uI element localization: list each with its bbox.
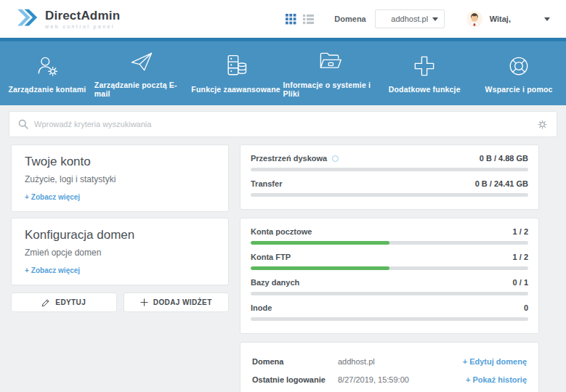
meter-row-ftp-accounts: Konta FTP 1 / 2 [251,253,528,270]
user-menu-caret-icon[interactable] [544,17,550,21]
nav-item-extra-features[interactable]: Dodatkowe funkcje [377,41,472,105]
meter-value: 0 B / 24.41 GB [475,179,528,188]
info-value: 8/27/2019, 15:59:00 [338,375,409,384]
meter-label: Inode [251,303,272,312]
card-domain-info: Domena addhost.pl +Edytuj domenę Ostatni… [240,342,539,392]
meter-row-inode: Inode 0 [251,303,528,321]
life-ring-icon [506,53,532,79]
progress-bar [251,241,528,245]
nav-item-support-help[interactable]: Wsparcie i pomoc [472,41,566,105]
see-more-label: Zobacz więcej [31,193,80,201]
card-subtitle: Zmień opcje domen [25,248,215,258]
logo-subtitle: web control panel [45,24,120,29]
nav-item-label: Wsparcie i pomoc [485,85,553,94]
edit-button-label: EDYTUJ [55,298,86,306]
plus-icon [140,298,148,306]
info-label: Ostatnie logowanie [252,375,338,384]
left-column: Twoje konto Zużycie, logi i statystyki +… [11,144,229,312]
link-prefix: + [466,375,470,384]
card-title: Twoje konto [25,155,215,169]
user-greeting: Witaj, [490,15,511,23]
search-bar [9,111,557,137]
nav-item-label: Informacje o systemie i Pliki [283,81,377,98]
progress-bar [251,168,528,171]
link-prefix: + [25,266,29,274]
info-row-last-login: Ostatnie logowanie 8/27/2019, 15:59:00 +… [252,370,527,388]
main-content: Twoje konto Zużycie, logi i statystyki +… [0,137,566,392]
logo-chevrons-icon [16,7,39,30]
caret-down-icon [432,17,438,21]
header-right: Domena addhost.pl Witaj, [286,9,550,28]
directadmin-logo[interactable]: DirectAdmin web control panel [16,7,120,30]
nav-item-label: Dodatkowe funkcje [389,85,461,94]
see-more-link[interactable]: +Zobacz więcej [25,193,80,201]
card-subtitle: Zużycie, logi i statystyki [25,174,215,184]
loader-icon [332,155,339,162]
meter-value: 1 / 2 [513,253,528,261]
link-prefix: + [25,193,29,201]
show-history-link[interactable]: +Pokaż historię [466,375,527,384]
progress-bar [251,292,528,295]
progress-bar [251,317,528,321]
meter-row-databases: Bazy danych 0 / 1 [251,278,528,295]
folder-icon [316,49,344,75]
see-more-link[interactable]: +Zobacz więcej [25,266,80,274]
info-row-domain: Domena addhost.pl +Edytuj domenę [252,352,527,370]
info-row-active-since: Aktywny od 8/27/2019, 14:04:42 +Konfigur… [252,388,527,392]
meter-row-email-accounts: Konta pocztowe 1 / 2 [251,227,528,245]
avatar[interactable] [466,11,482,27]
view-toggle [286,14,314,25]
info-value: addhost.pl [338,357,375,366]
meter-label: Bazy danych [251,278,299,287]
list-view-icon[interactable] [303,14,314,25]
search-input[interactable] [34,120,537,128]
directadmin-app: DirectAdmin web control panel [0,0,566,392]
progress-bar [251,266,528,270]
nav-item-label: Zarządzanie pocztą E-mail [94,81,189,98]
users-gear-icon [34,53,60,79]
domain-select-value: addhost.pl [391,15,428,23]
add-widget-button[interactable]: DODAJ WIDŻET [124,293,230,312]
info-link-label: Edytuj domenę [469,357,527,366]
meter-row-disk: Przestrzeń dyskowa 0 B / 4.88 GB [251,154,528,171]
link-prefix: + [463,357,467,366]
progress-bar [251,193,528,197]
card-domain-setup[interactable]: Konfiguracja domen Zmień opcje domen +Zo… [11,218,229,285]
card-quotas: Konta pocztowe 1 / 2 Konta FTP 1 / 2 Baz… [240,218,539,334]
card-title: Konfiguracja domen [25,228,215,242]
card-disk-transfer: Przestrzeń dyskowa 0 B / 4.88 GB Transfe… [240,144,539,210]
paper-plane-icon [128,49,155,75]
meter-row-transfer: Transfer 0 B / 24.41 GB [251,179,528,197]
meter-value: 1 / 2 [513,227,528,236]
logo-text: DirectAdmin web control panel [45,9,120,29]
add-widget-button-label: DODAJ WIDŻET [153,298,212,306]
pencil-icon [41,298,50,307]
logo-title: DirectAdmin [45,9,120,22]
meter-label: Konta FTP [251,253,291,261]
domain-label: Domena [334,15,365,23]
nav-item-account-management[interactable]: Zarządzanie kontami [0,41,94,105]
meter-value: 0 / 1 [513,278,528,287]
search-icon [18,119,28,129]
main-nav: Zarządzanie kontami Zarządzanie pocztą E… [0,41,566,105]
gear-icon[interactable] [537,119,548,130]
right-column: Przestrzeń dyskowa 0 B / 4.88 GB Transfe… [240,144,539,392]
nav-item-label: Funkcje zaawansowane [191,85,280,94]
nav-item-email-management[interactable]: Zarządzanie pocztą E-mail [94,41,189,105]
edit-button[interactable]: EDYTUJ [11,293,117,312]
plus-icon [411,53,437,79]
nav-item-advanced-features[interactable]: Funkcje zaawansowane [189,41,283,105]
meter-value: 0 [524,303,528,312]
header: DirectAdmin web control panel [0,0,566,38]
domain-select[interactable]: addhost.pl [375,9,445,28]
meter-label: Konta pocztowe [251,227,312,236]
grid-view-icon[interactable] [286,14,296,25]
edit-domain-link[interactable]: +Edytuj domenę [463,357,527,366]
card-your-account[interactable]: Twoje konto Zużycie, logi i statystyki +… [11,144,229,212]
meter-label: Transfer [251,179,282,188]
nav-item-label: Zarządzanie kontami [8,85,86,94]
widget-buttons-row: EDYTUJ DODAJ WIDŻET [11,293,229,312]
nav-item-system-info-files[interactable]: Informacje o systemie i Pliki [283,41,377,105]
see-more-label: Zobacz więcej [31,266,80,274]
info-label: Domena [252,357,338,366]
